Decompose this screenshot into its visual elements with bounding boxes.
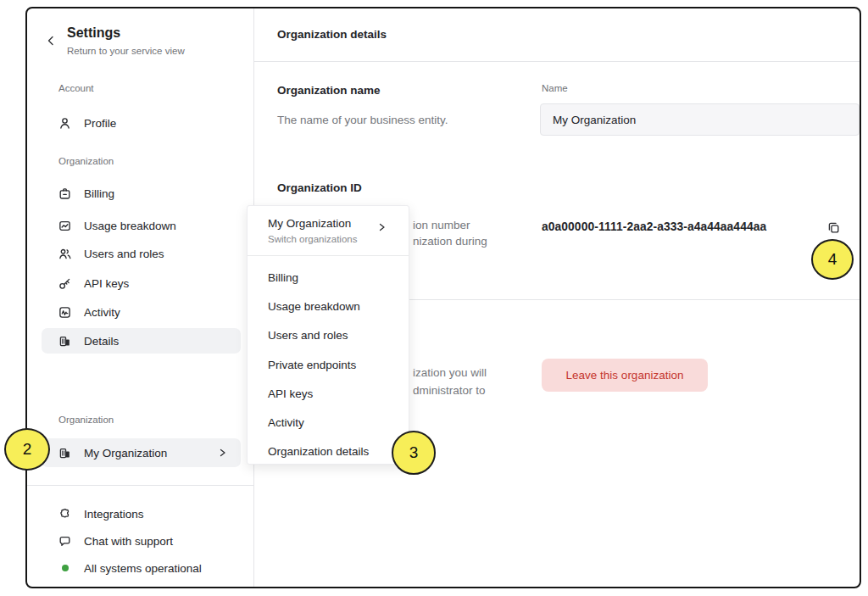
section-label-organization: Organization xyxy=(58,156,114,166)
menu-item-api-keys[interactable]: API keys xyxy=(248,379,409,408)
menu-item-organization-details[interactable]: Organization details xyxy=(248,437,409,466)
chevron-right-icon xyxy=(377,221,387,233)
activity-icon xyxy=(58,305,72,320)
menu-item-private-endpoints[interactable]: Private endpoints xyxy=(248,350,409,379)
organization-name-input[interactable] xyxy=(540,103,860,136)
system-status-item[interactable]: All systems operational xyxy=(58,555,202,581)
header-divider xyxy=(253,61,860,62)
users-icon xyxy=(58,247,72,261)
building-icon xyxy=(58,446,72,460)
chat-bubble-icon xyxy=(58,534,72,549)
menu-item-usage-breakdown[interactable]: Usage breakdown xyxy=(248,292,409,320)
sidebar-item-profile[interactable]: Profile xyxy=(58,110,116,136)
sidebar-item-api-keys[interactable]: API keys xyxy=(58,270,129,296)
sidebar-item-label: Profile xyxy=(84,117,116,130)
person-icon xyxy=(58,116,72,131)
dropdown-current-org[interactable]: My Organization xyxy=(268,217,351,230)
leave-description-line2: dministrator to xyxy=(413,384,486,397)
name-field-label: Name xyxy=(542,83,568,93)
sidebar-item-activity[interactable]: Activity xyxy=(58,299,120,325)
building-icon xyxy=(58,334,72,348)
sidebar-item-label: Users and roles xyxy=(84,248,164,260)
sidebar-item-label: Details xyxy=(84,335,119,348)
step-callout-2: 2 xyxy=(4,428,50,471)
sidebar-item-chat-support[interactable]: Chat with support xyxy=(58,528,173,554)
page-title: Organization details xyxy=(277,28,387,41)
dropdown-menu-list: Billing Usage breakdown Users and roles … xyxy=(248,263,409,466)
organization-id-value: a0a00000-1111-2aa2-a333-a4a44aa444aa xyxy=(542,220,766,233)
section-label-organization-2: Organization xyxy=(58,415,114,425)
switch-organization-dropdown: My Organization Switch organizations Bil… xyxy=(247,205,409,465)
step-callout-3: 3 xyxy=(392,431,436,475)
back-chevron-icon[interactable] xyxy=(46,34,56,47)
step-callout-4: 4 xyxy=(811,239,854,280)
app-window: Settings Return to your service view Acc… xyxy=(25,7,861,588)
menu-item-users-roles[interactable]: Users and roles xyxy=(248,321,409,350)
menu-item-billing[interactable]: Billing xyxy=(248,263,409,292)
org-id-description-line1: ion number xyxy=(413,219,470,231)
sidebar-footer-divider xyxy=(27,485,253,486)
leave-organization-button[interactable]: Leave this organization xyxy=(542,359,708,392)
dropdown-subtitle: Switch organizations xyxy=(268,234,357,244)
sidebar-item-my-organization[interactable]: My Organization xyxy=(42,438,241,467)
copy-icon[interactable] xyxy=(824,218,843,237)
sidebar-item-label: My Organization xyxy=(84,447,167,460)
sidebar-item-users-roles[interactable]: Users and roles xyxy=(58,241,164,266)
dropdown-divider xyxy=(248,255,409,256)
leave-description-line1: ization you will xyxy=(413,366,487,379)
settings-title: Settings xyxy=(67,25,120,41)
org-name-heading: Organization name xyxy=(277,84,381,97)
org-id-heading: Organization ID xyxy=(277,181,362,194)
sidebar-item-usage-breakdown[interactable]: Usage breakdown xyxy=(58,213,176,238)
org-id-description-line2: nization during xyxy=(413,235,487,248)
section-label-account: Account xyxy=(58,83,94,93)
usage-chart-icon xyxy=(58,219,72,233)
sidebar-item-billing[interactable]: Billing xyxy=(58,181,114,206)
sidebar-item-label: Usage breakdown xyxy=(84,220,176,232)
sidebar-item-integrations[interactable]: Integrations xyxy=(58,501,144,526)
sidebar-item-label: API keys xyxy=(84,277,129,290)
chevron-right-icon xyxy=(218,447,227,459)
puzzle-icon xyxy=(58,507,72,521)
key-icon xyxy=(58,276,72,291)
org-name-description: The name of your business entity. xyxy=(277,114,448,126)
status-green-dot-icon xyxy=(62,565,69,571)
sidebar-item-label: Integrations xyxy=(84,508,144,521)
sidebar-item-label: Activity xyxy=(84,306,120,319)
sidebar-item-details[interactable]: Details xyxy=(42,328,241,354)
sidebar-item-label: Billing xyxy=(84,187,114,200)
billing-icon xyxy=(58,187,72,201)
sidebar-item-label: Chat with support xyxy=(84,535,173,548)
menu-item-activity[interactable]: Activity xyxy=(248,408,409,437)
status-label: All systems operational xyxy=(84,562,202,575)
settings-subtitle[interactable]: Return to your service view xyxy=(67,46,185,56)
